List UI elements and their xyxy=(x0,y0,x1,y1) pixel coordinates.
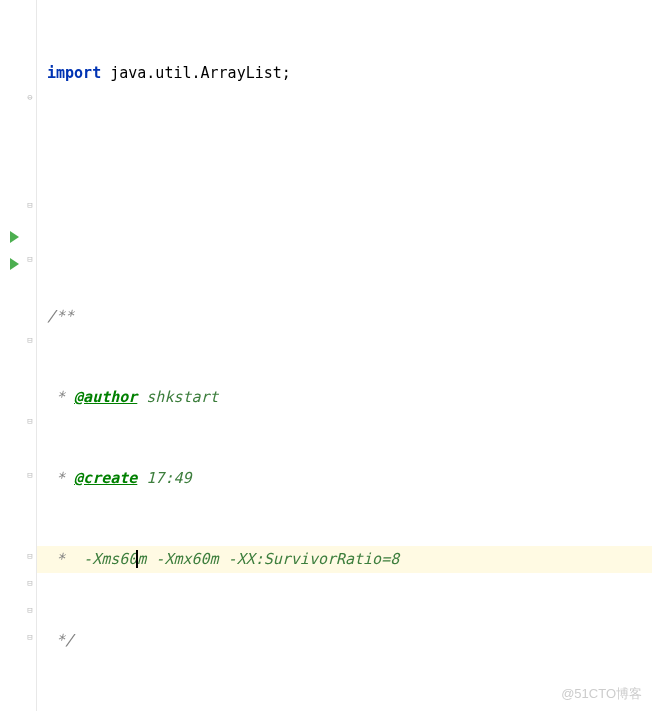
run-gutter-icon[interactable] xyxy=(10,231,26,247)
fold-icon[interactable]: ⊟ xyxy=(25,632,35,642)
code-line[interactable] xyxy=(47,141,652,168)
fold-icon[interactable]: ⊟ xyxy=(25,578,35,588)
javadoc-author-tag: @author xyxy=(74,384,137,411)
fold-icon[interactable]: ⊟ xyxy=(25,335,35,345)
code-line[interactable] xyxy=(47,222,652,249)
fold-icon[interactable]: ⊟ xyxy=(25,200,35,210)
code-editor[interactable]: ⊖ ⊟ ⊟ ⊟ ⊟ ⊟ ⊟ ⊟ ⊟ ⊟ import java.util.Arr… xyxy=(0,0,652,711)
fold-icon[interactable]: ⊟ xyxy=(25,254,35,264)
fold-icon[interactable]: ⊟ xyxy=(25,551,35,561)
javadoc-close: */ xyxy=(47,627,74,654)
fold-icon[interactable]: ⊖ xyxy=(25,92,35,102)
jvm-args-pre: - xyxy=(74,546,92,573)
javadoc-author-value: shkstart xyxy=(137,384,218,411)
gutter: ⊖ ⊟ ⊟ ⊟ ⊟ ⊟ ⊟ ⊟ ⊟ ⊟ xyxy=(0,0,37,711)
fold-icon[interactable]: ⊟ xyxy=(25,605,35,615)
code-line[interactable]: import java.util.ArrayList; xyxy=(47,60,652,87)
code-line[interactable]: * @create 17:49 xyxy=(47,465,652,492)
javadoc-open: /** xyxy=(47,303,74,330)
import-package: java.util.ArrayList; xyxy=(101,60,291,87)
jvm-args: Xms60m -Xmx60m -XX:SurvivorRatio=8 xyxy=(92,546,399,573)
text-cursor xyxy=(136,550,138,568)
javadoc-star: * xyxy=(47,546,74,573)
fold-icon[interactable]: ⊟ xyxy=(25,416,35,426)
javadoc-create-tag: @create xyxy=(74,465,137,492)
code-area[interactable]: import java.util.ArrayList; /** * @autho… xyxy=(37,0,652,711)
javadoc-create-value: 17:49 xyxy=(137,465,191,492)
javadoc-star: * xyxy=(47,465,74,492)
code-line[interactable]: * @author shkstart xyxy=(47,384,652,411)
code-line-current[interactable]: * -Xms60m -Xmx60m -XX:SurvivorRatio=8 xyxy=(37,546,652,573)
code-line[interactable]: */ xyxy=(47,627,652,654)
watermark: @51CTO博客 xyxy=(561,682,642,705)
code-line[interactable]: /** xyxy=(47,303,652,330)
run-gutter-icon[interactable] xyxy=(10,258,26,274)
fold-icon[interactable]: ⊟ xyxy=(25,470,35,480)
javadoc-star: * xyxy=(47,384,74,411)
keyword-import: import xyxy=(47,60,101,87)
